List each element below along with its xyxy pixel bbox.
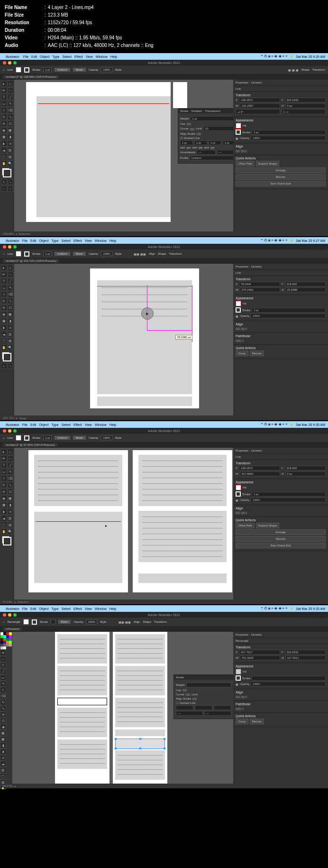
canvas[interactable]: 53.0381 pt <box>14 264 233 416</box>
transparent-tab[interactable]: Transparent <box>205 110 220 112</box>
eyedropper-tool[interactable]: ◗ <box>1 140 7 147</box>
control-bar[interactable]: ⌂ Line Stroke1 pt Uniform Basic Opacity1… <box>0 65 328 74</box>
toolbar-with-swatches[interactable]: ✒～ T╱ ▭✎ ◊⌫ ↻⤡ ≋⊡ ◉▦ ▦▮ ◗⊙ ☁▥ ▢▨ ✋🔍 <box>0 632 12 784</box>
mac-menubar[interactable]: IllustratorFileEditObjectTypeSelectEffec… <box>0 237 328 244</box>
symbol-tool[interactable]: ☁ <box>1 147 7 153</box>
properties-panel[interactable]: Properties Libraries Rectangle Transform… <box>233 632 328 784</box>
align-icons[interactable]: ▦ ▦ ▦ <box>288 68 298 72</box>
zoom-tool[interactable]: 🔍 <box>8 160 14 166</box>
align-stroke-buttons[interactable]: ▯▯▯ <box>197 132 201 135</box>
control-bar[interactable]: ⌂ Line Stroke1 pt UniformBasic Opacity10… <box>0 249 328 258</box>
minimize-icon[interactable] <box>8 61 11 65</box>
selected-line[interactable] <box>36 521 121 522</box>
home-icon[interactable]: ⌂ <box>3 252 5 255</box>
app-menu[interactable]: IllustratorFileEditObjectTypeSelectEffec… <box>6 607 119 610</box>
eraser-tool[interactable]: ⌫ <box>8 107 14 113</box>
x-input[interactable]: 138.1872 <box>239 98 280 102</box>
doc-tab[interactable]: Untitled-2* @ 104.71% (CMYK/Preview) <box>0 258 328 264</box>
arrange-button[interactable]: Arrange <box>236 167 326 173</box>
stroke-panel[interactable]: Stroke Weight Cap▯▯▯ Corner▯▯▯Limit Alig… <box>173 674 233 719</box>
mesh-tool[interactable]: ▦ <box>1 134 7 140</box>
expand-shape-button[interactable]: Expand Shape <box>256 161 279 166</box>
close-icon[interactable] <box>3 245 6 249</box>
toolbar[interactable]: ▸▹ ✒～ T╱ ▭✎ ◊⌫ ↻⤡ ≋⊡ ◉▦ ▦▮ ◗⊙ ☁▥ ▢▨ ✋🔍 ▪… <box>0 264 14 416</box>
shape-builder-tool[interactable]: ◉ <box>1 127 7 133</box>
free-transform-tool[interactable]: ⊡ <box>8 120 14 127</box>
fill-stroke-indicator[interactable] <box>2 168 11 177</box>
align-buttons[interactable]: ▯▯▯ ▯▯▯ ▯ <box>236 149 326 152</box>
recolor-button[interactable]: Recolor <box>236 174 326 180</box>
color-mode[interactable]: ▪ <box>1 179 7 185</box>
cap-buttons[interactable]: ▯▯▯ <box>187 122 191 125</box>
width-tool[interactable]: ≋ <box>1 120 7 127</box>
perspective-tool[interactable]: ▦ <box>8 127 14 133</box>
brush-tool[interactable]: ✎ <box>8 101 14 107</box>
h-input[interactable]: 0 px <box>285 103 326 108</box>
dashed-checkbox[interactable]: ☑ <box>180 136 182 139</box>
screen-mode[interactable]: ▫ <box>8 179 14 185</box>
weight-input[interactable]: 1 pt <box>191 116 233 121</box>
gradient-tab[interactable]: Gradient <box>191 110 202 112</box>
brush-dropdown[interactable]: Basic <box>73 68 86 72</box>
home-icon[interactable]: ⌂ <box>3 620 5 623</box>
properties-tab[interactable]: Properties <box>236 81 248 84</box>
app-menu[interactable]: IllustratorFileEditObjectTypeSelectEffec… <box>6 423 119 426</box>
hand-tool[interactable]: ✋ <box>1 160 7 166</box>
graph-tool[interactable]: ▥ <box>8 147 14 153</box>
canvas[interactable]: Stroke Weight Cap▯▯▯ Corner▯▯▯Limit Alig… <box>12 632 233 784</box>
selected-rect[interactable] <box>115 739 165 749</box>
offset-path-button[interactable]: Offset Path <box>236 161 255 166</box>
blend-tool[interactable]: ⊙ <box>8 140 14 147</box>
shaper-tool[interactable]: ◊ <box>1 107 7 113</box>
type-tool[interactable]: T <box>1 94 7 100</box>
minimize-icon[interactable] <box>8 245 11 249</box>
slice-tool[interactable]: ▨ <box>8 154 14 160</box>
home-icon[interactable]: ⌂ <box>3 68 5 71</box>
toolbar[interactable]: ▸▹ ✒～ T╱ ▭✎ ◊⌫ ↻⤡ ≋⊡ ◉▦ ▦▮ ◗⊙ ☁▥ ▢▨ ✋🔍 <box>0 448 14 600</box>
selected-line[interactable] <box>38 103 169 104</box>
y-input[interactable]: 225.2233 <box>285 98 326 102</box>
properties-panel[interactable]: Properties Libraries Line Transform X138… <box>233 448 328 600</box>
gradient-tool[interactable]: ▮ <box>8 134 14 140</box>
stroke-panel[interactable]: StrokeGradientTransparent Weight1 pt Cap… <box>178 108 233 164</box>
properties-panel[interactable]: Properties Libraries Line Transform X75.… <box>233 264 328 416</box>
swatch-palette[interactable] <box>0 632 13 650</box>
recolor-button[interactable]: Recolor <box>250 351 264 356</box>
maximize-icon[interactable] <box>13 245 17 249</box>
fill-swatch[interactable] <box>16 67 21 73</box>
properties-panel[interactable]: Properties Libraries Line Transform X138… <box>233 80 328 231</box>
line-tool[interactable]: ╱ <box>8 94 14 100</box>
stroke-swatch[interactable] <box>236 129 241 135</box>
white-rect[interactable] <box>57 698 107 705</box>
canvas[interactable]: StrokeGradientTransparent Weight1 pt Cap… <box>14 80 233 231</box>
scale-tool[interactable]: ⤡ <box>8 114 14 120</box>
artboard-tool[interactable]: ▢ <box>1 154 7 160</box>
fill-swatch[interactable] <box>236 123 241 129</box>
profile-dropdown[interactable]: Uniform <box>55 68 70 72</box>
rotate-tool[interactable]: ↻ <box>1 114 7 120</box>
doc-tab[interactable]: Untitled-2* @ 138.68% (CMYK/Preview) <box>0 74 328 80</box>
mac-menubar[interactable]: IllustratorFileEditObjectTypeSelectEffec… <box>0 421 328 428</box>
mac-menubar[interactable]: IllustratorFileEditObjectTypeSelectEffec… <box>0 605 328 612</box>
mac-menubar[interactable]: Illustrator FileEditObjectTypeSelectEffe… <box>0 53 328 60</box>
curvature-tool[interactable]: ～ <box>8 87 14 93</box>
stroke-tab[interactable]: Stroke <box>180 110 188 112</box>
stroke-input[interactable]: 1 pt <box>43 67 52 72</box>
direct-select-tool[interactable]: ▹ <box>8 81 14 87</box>
global-edit-button[interactable]: Start Global Edit <box>236 181 326 186</box>
maximize-icon[interactable] <box>13 61 17 65</box>
app-menu[interactable]: IllustratorFileEditObjectTypeSelectEffec… <box>6 239 119 242</box>
rect-tool[interactable]: ▭ <box>1 101 7 107</box>
w-input[interactable]: 131.2067 <box>240 103 281 108</box>
canvas[interactable]: ▸ <box>14 448 233 600</box>
close-icon[interactable] <box>3 61 6 65</box>
group-button[interactable]: Group <box>236 351 248 356</box>
control-bar[interactable]: ⌂ Line Stroke1 pt UniformBasic Opacity10… <box>0 434 328 442</box>
selection-tool[interactable]: ▸ <box>1 81 7 87</box>
toolbar[interactable]: ▸▹ ✒～ T╱ ▭✎ ◊⌫ ↻⤡ ≋⊡ ◉▦ ▦▮ ◗⊙ ☁▥ ▢▨ ✋🔍 ▪… <box>0 80 14 231</box>
corner-buttons[interactable]: ▯▯▯ <box>190 127 194 130</box>
app-menu[interactable]: Illustrator FileEditObjectTypeSelectEffe… <box>6 55 120 58</box>
stroke-swatch[interactable] <box>24 67 29 73</box>
pen-tool[interactable]: ✒ <box>1 87 7 93</box>
doc-tab[interactable]: Untitled-2* @ 97.03% (CMYK/Preview) <box>0 442 328 448</box>
